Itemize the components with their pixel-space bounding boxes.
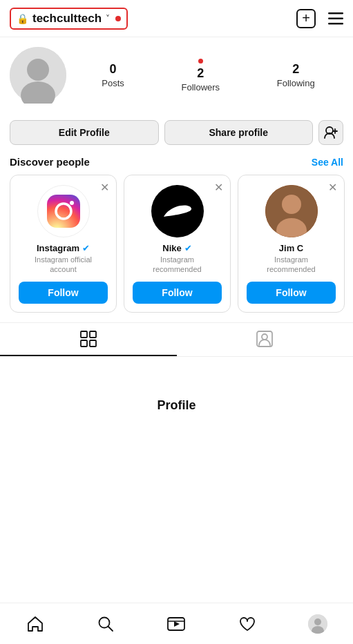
card-name-row-nike: Nike ✔ [162, 243, 191, 253]
following-count: 2 [292, 62, 299, 77]
discover-title: Discover people [10, 156, 90, 168]
svg-point-14 [282, 195, 301, 214]
profile-avatar-icon [308, 614, 327, 634]
posts-label: Posts [102, 78, 124, 88]
bottom-avatar [308, 614, 327, 634]
followers-notif-dot [198, 59, 203, 64]
top-nav: 🔒 techculttech ˅ + [0, 0, 353, 37]
stats-area: 0 Posts 2 Followers 2 Following [73, 59, 343, 92]
card-name-row-instagram: Instagram ✔ [37, 243, 90, 253]
hamburger-icon [328, 12, 343, 25]
card-name-jim: Jim C [279, 243, 303, 253]
card-desc-nike: Instagramrecommended [153, 255, 201, 275]
bottom-nav-reels[interactable] [159, 607, 193, 641]
bottom-nav-activity[interactable] [230, 607, 265, 641]
person-tag-icon [256, 331, 273, 347]
username-text: techculttech [32, 12, 102, 26]
tab-grid[interactable] [0, 323, 177, 356]
followers-stat[interactable]: 2 Followers [181, 59, 220, 92]
following-label: Following [277, 78, 315, 88]
verified-icon-instagram: ✔ [82, 243, 90, 253]
bottom-nav-home[interactable] [18, 607, 53, 641]
close-card-jim[interactable]: ✕ [328, 182, 337, 193]
card-avatar-jim [265, 185, 318, 237]
posts-count: 0 [110, 62, 117, 77]
discover-header: Discover people See All [0, 145, 353, 175]
heart-icon [238, 615, 256, 633]
add-person-button[interactable] [318, 120, 343, 145]
add-icon: + [302, 10, 310, 26]
action-buttons: Edit Profile Share profile [10, 120, 343, 145]
add-post-button[interactable]: + [296, 9, 316, 28]
card-avatar-instagram [37, 185, 90, 237]
reels-icon [167, 615, 185, 633]
follow-button-jim[interactable]: Follow [247, 282, 336, 304]
svg-rect-16 [81, 331, 87, 338]
svg-point-11 [70, 201, 74, 205]
svg-rect-2 [328, 23, 343, 25]
person-card-nike: ✕ Nike ✔ Instagramrecommended Follow [124, 175, 231, 313]
svg-line-23 [108, 626, 113, 631]
svg-rect-1 [328, 17, 343, 19]
nav-icons: + [296, 9, 343, 28]
card-name-instagram: Instagram [37, 243, 79, 253]
profile-bottom-section: Profile [0, 357, 353, 431]
lock-icon: 🔒 [17, 13, 28, 24]
person-card-jim: ✕ Jim C Instagramrecommended Follow [238, 175, 345, 313]
followers-label: Followers [181, 82, 220, 92]
followers-count: 2 [197, 66, 204, 81]
card-desc-jim: Instagramrecommended [267, 255, 315, 275]
tabs-row [0, 322, 353, 357]
svg-marker-25 [174, 621, 180, 627]
svg-rect-17 [90, 331, 96, 338]
menu-button[interactable] [328, 12, 343, 25]
profile-top: 0 Posts 2 Followers 2 Following [10, 47, 343, 104]
posts-stat: 0 Posts [102, 62, 124, 88]
tab-tagged[interactable] [177, 323, 354, 356]
profile-bottom-title: Profile [157, 398, 195, 413]
edit-profile-button[interactable]: Edit Profile [10, 120, 159, 145]
card-name-nike: Nike [162, 243, 181, 253]
search-icon [97, 615, 115, 633]
svg-point-28 [314, 618, 321, 625]
bottom-nav-search[interactable] [88, 607, 123, 641]
card-name-row-jim: Jim C [279, 243, 303, 253]
see-all-button[interactable]: See All [312, 157, 343, 168]
follow-button-instagram[interactable]: Follow [19, 282, 108, 304]
card-desc-instagram: Instagram officialaccount [35, 255, 92, 275]
chevron-down-icon: ˅ [106, 14, 110, 23]
cards-scroll: ✕ Instagram ✔ Inst [0, 175, 353, 322]
following-stat[interactable]: 2 Following [277, 62, 315, 88]
share-profile-button[interactable]: Share profile [164, 120, 314, 145]
svg-rect-0 [328, 12, 343, 14]
profile-section: 0 Posts 2 Followers 2 Following [0, 37, 353, 110]
person-card-instagram: ✕ Instagram ✔ Inst [10, 175, 117, 313]
svg-rect-9 [47, 195, 80, 228]
jim-avatar-icon [265, 185, 318, 237]
home-icon [26, 615, 44, 633]
avatar [10, 47, 66, 104]
grid-icon [80, 331, 97, 347]
svg-point-21 [262, 334, 267, 340]
instagram-logo-icon [44, 192, 83, 231]
svg-rect-19 [90, 340, 96, 347]
svg-point-4 [27, 59, 49, 81]
verified-icon-nike: ✔ [184, 243, 192, 253]
bottom-nav-profile[interactable] [300, 607, 335, 641]
add-person-icon [324, 126, 338, 139]
close-card-nike[interactable]: ✕ [214, 182, 223, 193]
follow-button-nike[interactable]: Follow [133, 282, 222, 304]
nike-swoosh-icon [157, 191, 198, 232]
card-avatar-nike [151, 185, 204, 237]
username-area[interactable]: 🔒 techculttech ˅ [10, 8, 128, 30]
notification-dot [115, 16, 121, 21]
bottom-nav [0, 603, 353, 644]
avatar-icon [10, 47, 66, 104]
svg-rect-18 [81, 340, 87, 347]
close-card-instagram[interactable]: ✕ [100, 182, 109, 193]
